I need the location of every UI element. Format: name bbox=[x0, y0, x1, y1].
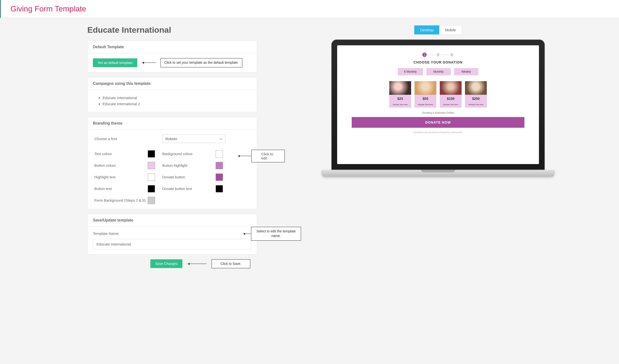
button-colour-swatch[interactable] bbox=[148, 162, 155, 169]
amount-text: Sample Text here bbox=[389, 103, 411, 108]
page-header: Giving Form Template bbox=[0, 0, 619, 18]
font-label: Choose a font bbox=[94, 137, 148, 141]
arrow-icon bbox=[238, 156, 251, 156]
button-colour-label: Button colour bbox=[94, 163, 148, 167]
step-3: 3 bbox=[450, 53, 454, 57]
bg-colour-label: Background colour bbox=[162, 152, 216, 156]
template-name-callout-row: Select to edit the template name. bbox=[243, 227, 301, 241]
template-name-callout: Select to edit the template name. bbox=[251, 227, 301, 241]
amount-image bbox=[389, 81, 411, 95]
amount-price: $50 bbox=[415, 95, 436, 103]
step-2: 2 bbox=[436, 53, 440, 57]
font-select[interactable]: Roboto bbox=[162, 135, 225, 143]
step-line bbox=[441, 55, 449, 55]
amount-price: $25 bbox=[389, 95, 411, 103]
save-changes-button[interactable]: Save Changes bbox=[150, 259, 183, 268]
frequency-row: 6 Monthly Monthly Weekly bbox=[347, 68, 529, 75]
amount-image bbox=[440, 81, 462, 95]
organization-title: Educate International bbox=[87, 25, 257, 35]
mobile-toggle[interactable]: Mobile bbox=[439, 26, 462, 34]
button-text-swatch[interactable] bbox=[148, 185, 155, 192]
branding-header: Branding theme bbox=[87, 117, 257, 130]
highlight-text-label: Highlight text bbox=[94, 175, 148, 179]
arrow-icon bbox=[187, 264, 207, 264]
view-toggle: Desktop Mobile bbox=[414, 25, 462, 35]
save-callout: Click to Save. bbox=[211, 259, 250, 269]
save-update-header: Save/Update template bbox=[87, 214, 257, 227]
laptop-base bbox=[322, 170, 554, 177]
amount-card: $250 Sample Text here bbox=[465, 81, 487, 108]
laptop-preview: 1 2 3 CHOOSE YOUR DONATION 6 Monthly Mon… bbox=[331, 40, 545, 177]
edit-callout-row: Click to edit bbox=[238, 150, 285, 162]
desktop-toggle[interactable]: Desktop bbox=[414, 26, 439, 34]
amount-text: Sample Text here bbox=[440, 103, 462, 108]
form-bg-label: Form Background (Steps 2 & 3) bbox=[94, 198, 148, 202]
amount-image bbox=[465, 81, 487, 95]
campaigns-header: Campaigns using this template: bbox=[87, 78, 257, 90]
donate-button-text-label: Donate button text bbox=[162, 187, 216, 191]
set-default-button[interactable]: Set as default template bbox=[93, 58, 137, 67]
text-colour-label: Text colour bbox=[94, 152, 148, 156]
default-template-header: Default Template bbox=[87, 41, 257, 53]
donate-button-text-swatch[interactable] bbox=[216, 185, 223, 192]
freq-weekly: Weekly bbox=[454, 68, 478, 75]
amount-image bbox=[415, 81, 436, 95]
step-line bbox=[428, 55, 435, 55]
save-update-panel: Save/Update template Template Name: Sele… bbox=[87, 214, 257, 255]
amount-text: Sample Text here bbox=[465, 103, 487, 108]
donate-button-label: Donate button bbox=[162, 175, 216, 179]
step-1: 1 bbox=[422, 53, 427, 57]
preview-donate-button: DONATE NOW bbox=[352, 117, 524, 128]
amount-price: $250 bbox=[465, 95, 487, 103]
donate-button-swatch[interactable] bbox=[216, 174, 223, 181]
default-template-panel: Default Template Set as default template… bbox=[87, 41, 257, 72]
template-name-label: Template Name: bbox=[93, 231, 252, 236]
arrow-icon bbox=[243, 234, 251, 234]
campaign-item: Educate International bbox=[103, 95, 252, 101]
amount-card: $50 Sample Text here bbox=[415, 81, 436, 108]
amount-text: Sample Text here bbox=[415, 103, 436, 108]
button-highlight-label: Button highlight bbox=[162, 163, 216, 167]
preview-note: Donating in Australian Dollars bbox=[347, 111, 529, 114]
campaign-item: Educate International 2 bbox=[103, 101, 252, 107]
preview-title: CHOOSE YOUR DONATION bbox=[347, 60, 529, 64]
preview-steps: 1 2 3 bbox=[347, 53, 529, 57]
arrow-icon bbox=[142, 63, 156, 63]
template-name-input[interactable] bbox=[93, 239, 252, 249]
edit-callout: Click to edit bbox=[251, 150, 284, 162]
bg-colour-swatch[interactable] bbox=[216, 150, 223, 158]
text-colour-swatch[interactable] bbox=[148, 150, 155, 158]
campaigns-list: Educate International Educate Internatio… bbox=[93, 95, 252, 107]
amount-card: $150 Sample Text here bbox=[440, 81, 462, 108]
form-bg-swatch[interactable] bbox=[148, 197, 155, 204]
preview-footer: Donations are securely processed by Give… bbox=[347, 131, 529, 134]
page-title: Giving Form Template bbox=[10, 4, 609, 13]
amount-price: $150 bbox=[440, 95, 462, 103]
amount-row: $25 Sample Text here $50 Sample Text her… bbox=[347, 81, 529, 108]
button-text-label: Button text bbox=[94, 187, 148, 191]
freq-monthly: Monthly bbox=[426, 68, 451, 75]
button-highlight-swatch[interactable] bbox=[216, 162, 223, 169]
highlight-text-swatch[interactable] bbox=[148, 174, 155, 181]
branding-panel: Branding theme Choose a font Roboto Text… bbox=[87, 117, 257, 209]
freq-6monthly: 6 Monthly bbox=[398, 68, 423, 75]
amount-card: $25 Sample Text here bbox=[389, 81, 411, 108]
default-callout: Click to set your template as the defaul… bbox=[161, 58, 242, 67]
campaigns-panel: Campaigns using this template: Educate I… bbox=[87, 77, 257, 112]
